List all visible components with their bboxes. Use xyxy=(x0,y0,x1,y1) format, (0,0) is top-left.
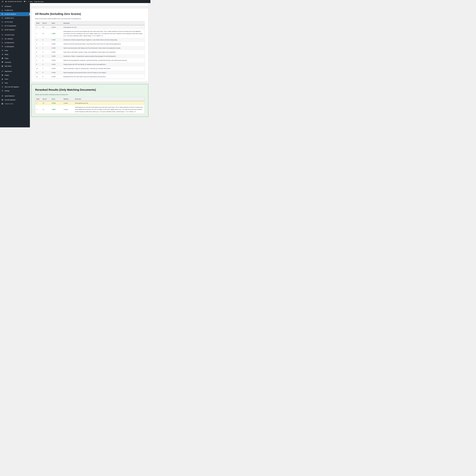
rank-cell: 10 xyxy=(35,67,41,70)
rank-cell: 3 xyxy=(35,38,41,42)
column-header: Score xyxy=(51,21,62,25)
column-header: Document xyxy=(74,97,145,101)
score-cell: 0.0000 xyxy=(51,54,62,58)
home-icon xyxy=(5,1,7,2)
sidebar-item-media[interactable]: Media xyxy=(0,52,30,56)
plus-icon: + xyxy=(29,1,29,2)
rank-cell: 9 xyxy=(35,62,41,67)
sidebar-item-label: 31 RERANKER xyxy=(5,46,14,47)
column-header: Rank xyxy=(35,21,41,25)
sidebar-item-label: 20.1 SEARCH xyxy=(5,38,13,40)
sidebar-item-security-optimizer[interactable]: Security Optimizer xyxy=(0,98,30,102)
search-icon xyxy=(1,25,3,27)
score-cell: 0.0000 xyxy=(51,38,62,42)
sidebar-item-label: 01 BM25 ELI5 xyxy=(5,10,13,11)
comments-shortcut[interactable]: 0 xyxy=(23,0,28,3)
new-content-menu[interactable]: + New xyxy=(28,0,34,3)
sidebar-item-bulk-delete[interactable]: Bulk Delete xyxy=(0,64,30,68)
table-row: 1180.0000Natural language processing wit… xyxy=(35,70,145,75)
search-icon xyxy=(1,38,3,40)
doc-id-cell: 3 xyxy=(41,50,51,54)
comment-bubble-icon xyxy=(24,1,25,2)
sidebar-item-label: 30 ENDPOINTS xyxy=(5,42,14,44)
table-header-row: RankDoc IDScoreMatchesDocument xyxy=(35,97,145,101)
sidebar-item-label: All-in-One WP Migration xyxy=(5,86,19,88)
table-row: 960.0000Getting started with PHP and MyS… xyxy=(35,62,145,67)
rank-cell: 11 xyxy=(35,70,41,75)
sidebar-item-dashboard[interactable]: Dashboard xyxy=(0,4,30,8)
table-row: 300.0000Introduction to Python programmi… xyxy=(35,38,145,42)
sidebar-item-20-1-search[interactable]: 20.1 SEARCH xyxy=(0,37,30,41)
brush-icon xyxy=(1,70,3,72)
doc-id-cell: 1 xyxy=(41,42,51,46)
sidebar-item-posts[interactable]: Posts xyxy=(0,49,30,52)
sidebar-item-pages[interactable]: Pages xyxy=(0,56,30,60)
column-header: Score xyxy=(51,97,62,101)
sidebar-item-label: Security Optimizer xyxy=(5,99,16,101)
sidebar-item-label: 03 BM25 CALC xyxy=(5,17,14,19)
sidebar-item-06-wp-signals[interactable]: 06 WP SIGNALS xyxy=(0,28,30,32)
sidebar-item-collapse-menu[interactable]: Collapse Menu xyxy=(0,102,30,106)
document-cell: Smart glasses are cool xyxy=(74,101,145,105)
table-row: 2111.3987Smart glasses are cool and smar… xyxy=(35,29,145,38)
sidebar-item-appearance[interactable]: Appearance xyxy=(0,69,30,73)
score-cell: 0.0000 xyxy=(51,42,62,46)
document-cell: Natural language processing with Python … xyxy=(62,70,145,75)
score-cell: 2.1310 xyxy=(51,25,62,29)
document-cell: Python web development with Django and F… xyxy=(62,46,145,50)
sidebar-item-20-posts-rag[interactable]: 20 POSTS RAG xyxy=(0,33,30,37)
security-gear-icon xyxy=(1,99,3,101)
sidebar-item-speed-optimizer[interactable]: Speed Optimizer xyxy=(0,94,30,98)
column-header: Rank xyxy=(35,97,41,101)
sidebar-item-label: Plugins xyxy=(5,74,9,76)
sidebar-item-label: 06 WP SIGNALS xyxy=(5,29,15,31)
score-cell: 0.0000 xyxy=(51,67,62,70)
sidebar-item-30-endpoints[interactable]: 30 ENDPOINTS xyxy=(0,41,30,45)
rss-icon xyxy=(1,29,3,31)
sidebar-item-label: Bulk Delete xyxy=(5,65,12,67)
score-cell: 1.3987 xyxy=(51,29,62,38)
doc-id-cell: 6 xyxy=(41,62,51,67)
wordpress-menu[interactable] xyxy=(1,0,4,3)
sidebar-item-05-fts-manager[interactable]: 05 FTS MANAGER xyxy=(0,24,30,28)
sidebar-item-users[interactable]: Users xyxy=(0,77,30,81)
document-cell: Smart glasses are cool xyxy=(62,25,145,29)
score-cell: 2.1310 xyxy=(51,101,62,105)
rank-cell: 8 xyxy=(35,58,41,62)
doc-id-cell: 4 xyxy=(41,54,51,58)
document-cell: Advanced machine learning techniques usi… xyxy=(62,42,145,46)
sidebar-item-label: 05 FTS MANAGER xyxy=(5,25,16,27)
document-cell: JavaScript vs Python: comparing two popu… xyxy=(62,54,145,58)
sidebar-item-label: Tools xyxy=(5,82,8,84)
sidebar-item-settings[interactable]: Settings xyxy=(0,89,30,93)
sidebar-item-04-fts-tool[interactable]: 04 FTS TOOL xyxy=(0,20,30,24)
table-row: 740.0000JavaScript vs Python: comparing … xyxy=(35,54,145,58)
sidebar-item-all-in-one-wp-migration[interactable]: All-in-One WP Migration xyxy=(0,85,30,89)
document-cell: Introduction to Python programming for b… xyxy=(62,38,145,42)
table-row: 1070.0000Python automation scripts for e… xyxy=(35,67,145,70)
sidebar-item-tools[interactable]: Tools xyxy=(0,81,30,85)
rank-cell: 2 xyxy=(35,29,41,38)
trash-icon xyxy=(1,65,3,67)
document-cell: Smart glasses are cool and smart people … xyxy=(74,105,145,114)
rank-cell: 5 xyxy=(35,46,41,50)
funnel-icon xyxy=(1,46,3,48)
doc-id-cell: 5 xyxy=(41,58,51,62)
sidebar-item-01-bm25-eli5[interactable]: 01 BM25 ELI5 xyxy=(0,8,30,12)
all-results-table: RankDoc IDScoreDocument1102.1310Smart gl… xyxy=(35,21,145,79)
column-header: Document xyxy=(62,21,145,25)
score-cell: 0.0000 xyxy=(51,62,62,67)
document-cell: Data science with Python: pandas, numpy,… xyxy=(62,50,145,54)
sidebar-item-03-bm25-calc[interactable]: 03 BM25 CALC xyxy=(0,16,30,20)
column-header: Doc ID xyxy=(41,21,51,25)
table-row: 1290.0000Building RESTful APIs with Pyth… xyxy=(35,75,145,79)
sidebar-item-plugins[interactable]: Plugins xyxy=(0,73,30,77)
search-icon xyxy=(1,13,3,15)
site-link[interactable]: ADVANCED WP SEARCH xyxy=(4,0,23,3)
main-content: All Results (Including Zero Scores) Show… xyxy=(30,3,151,127)
sidebar-item-02-bm25-search[interactable]: 02 BM25 SEARCH xyxy=(0,12,30,16)
purge-cache-button[interactable]: Purge SG Cache xyxy=(34,0,44,3)
sidebar-item-31-reranker[interactable]: 31 RERANKER xyxy=(0,45,30,49)
all-results-card: All Results (Including Zero Scores) Show… xyxy=(31,8,148,82)
sidebar-item-comments[interactable]: Comments xyxy=(0,60,30,64)
